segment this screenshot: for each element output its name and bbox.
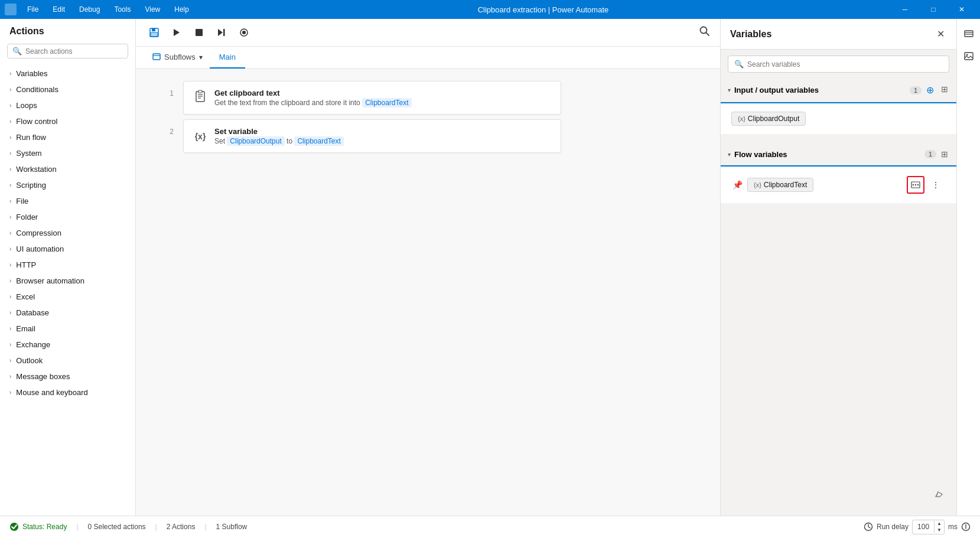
category-scripting[interactable]: › Scripting (0, 177, 135, 193)
menu-file[interactable]: File (21, 3, 44, 16)
clipboard-text-var: ClipboardText (362, 98, 411, 107)
sidebar-layers-button[interactable] (959, 24, 979, 44)
category-workstation[interactable]: › Workstation (0, 161, 135, 177)
svg-point-20 (913, 184, 914, 185)
run-delay-up[interactable]: ▲ (935, 520, 944, 527)
category-label: Message boxes (16, 372, 70, 381)
category-conditionals[interactable]: › Conditionals (0, 81, 135, 97)
menu-debug[interactable]: Debug (73, 3, 106, 16)
flow-variables-actions: ⊞ (940, 148, 949, 160)
category-http[interactable]: › HTTP (0, 257, 135, 273)
run-delay-arrows: ▲ ▼ (935, 520, 944, 534)
category-mouse-keyboard[interactable]: › Mouse and keyboard (0, 384, 135, 400)
collapse-icon-2: ▾ (728, 151, 731, 158)
var-search-icon: 🔍 (734, 60, 744, 69)
filter-button[interactable]: ⊞ (940, 83, 949, 97)
chevron-icon: › (9, 294, 11, 300)
svg-rect-5 (196, 29, 203, 36)
category-label: Mouse and keyboard (16, 388, 87, 397)
menu-bar: File Edit Debug Tools View Help (21, 3, 195, 16)
category-outlook[interactable]: › Outlook (0, 353, 135, 369)
category-variables[interactable]: › Variables (0, 66, 135, 81)
category-system[interactable]: › System (0, 145, 135, 161)
close-button[interactable]: ✕ (948, 0, 975, 19)
flow-var-filter-button[interactable]: ⊞ (940, 148, 949, 160)
use-variable-button[interactable] (907, 176, 924, 194)
status-bar: Status: Ready | 0 Selected actions | 2 A… (0, 516, 980, 538)
chevron-icon: › (9, 198, 11, 204)
category-label: File (16, 197, 28, 206)
menu-tools[interactable]: Tools (108, 3, 136, 16)
run-delay-value[interactable]: 100 (913, 521, 935, 533)
variables-close-button[interactable]: ✕ (935, 26, 947, 42)
chevron-icon: › (9, 70, 11, 77)
actions-list: › Variables › Conditionals › Loops › Flo… (0, 63, 135, 516)
search-variables-input[interactable] (747, 60, 943, 69)
flow-var-item: 📌 {x} ClipboardText (728, 172, 949, 197)
chevron-icon: › (9, 134, 11, 141)
chevron-icon: › (9, 166, 11, 172)
var-type-icon-2: {x} (754, 181, 761, 188)
svg-point-21 (915, 184, 916, 185)
flow-item-2-title: Set variable (214, 127, 551, 136)
run-delay-down[interactable]: ▼ (935, 527, 944, 534)
chevron-icon: › (9, 389, 11, 396)
sidebar-image-button[interactable] (959, 46, 979, 66)
category-ui-automation[interactable]: › UI automation (0, 241, 135, 257)
flow-var-item-actions: ⋮ (907, 176, 945, 194)
category-database[interactable]: › Database (0, 305, 135, 321)
add-variable-button[interactable]: ⊕ (925, 83, 935, 97)
category-label: Run flow (16, 133, 46, 142)
toolbar (136, 19, 720, 47)
search-actions-input[interactable] (25, 47, 123, 56)
menu-edit[interactable]: Edit (47, 3, 71, 16)
chevron-icon: › (9, 262, 11, 268)
category-browser-automation[interactable]: › Browser automation (0, 273, 135, 289)
flow-variables-header[interactable]: ▾ Flow variables 1 ⊞ (721, 144, 956, 165)
run-delay-unit: ms (948, 523, 958, 531)
subflows-button[interactable]: Subflows ▾ (145, 47, 210, 69)
category-exchange[interactable]: › Exchange (0, 337, 135, 353)
category-email[interactable]: › Email (0, 321, 135, 337)
flow-item-1-title: Get clipboard text (214, 89, 551, 97)
category-label: Conditionals (16, 85, 58, 94)
collapse-icon: ▾ (728, 87, 731, 93)
flow-item-2[interactable]: {x} Set variable Set ClipboardOutput to … (183, 119, 561, 153)
pin-icon[interactable]: 📌 (732, 180, 743, 190)
tab-main[interactable]: Main (210, 47, 245, 69)
maximize-button[interactable]: □ (920, 0, 947, 19)
clipboard-icon (193, 90, 207, 106)
chevron-icon: › (9, 373, 11, 380)
menu-help[interactable]: Help (168, 3, 195, 16)
eraser-button[interactable] (929, 484, 949, 504)
category-label: Scripting (16, 181, 46, 190)
category-run-flow[interactable]: › Run flow (0, 129, 135, 145)
stop-button[interactable] (190, 24, 208, 41)
flow-variables-label: Flow variables (734, 150, 921, 159)
record-button[interactable] (235, 24, 253, 41)
clipboard-text-chip[interactable]: {x} ClipboardText (747, 178, 813, 192)
toolbar-search-button[interactable] (699, 25, 711, 40)
clipboard-output-chip[interactable]: {x} ClipboardOutput (731, 112, 806, 126)
flow-canvas: 1 Get clipboard text (136, 69, 720, 516)
run-button[interactable] (168, 24, 185, 41)
minimize-button[interactable]: ─ (891, 0, 919, 19)
input-output-header[interactable]: ▾ Input / output variables 1 ⊕ ⊞ (721, 79, 956, 102)
category-loops[interactable]: › Loops (0, 97, 135, 113)
window-controls: ─ □ ✕ (891, 0, 975, 19)
category-flow-control[interactable]: › Flow control (0, 113, 135, 129)
more-options-button[interactable]: ⋮ (927, 176, 945, 194)
category-label: Loops (16, 101, 37, 110)
flow-item-1-content: Get clipboard text Get the text from the… (214, 89, 551, 107)
run-delay-label: Run delay (877, 523, 909, 531)
flow-item-1[interactable]: Get clipboard text Get the text from the… (183, 81, 561, 115)
save-button[interactable] (145, 24, 163, 41)
menu-view[interactable]: View (139, 3, 166, 16)
next-button[interactable] (213, 24, 230, 41)
category-file[interactable]: › File (0, 193, 135, 209)
category-excel[interactable]: › Excel (0, 289, 135, 305)
category-compression[interactable]: › Compression (0, 225, 135, 241)
category-message-boxes[interactable]: › Message boxes (0, 369, 135, 384)
category-folder[interactable]: › Folder (0, 209, 135, 225)
search-actions-box: 🔍 (7, 44, 128, 58)
